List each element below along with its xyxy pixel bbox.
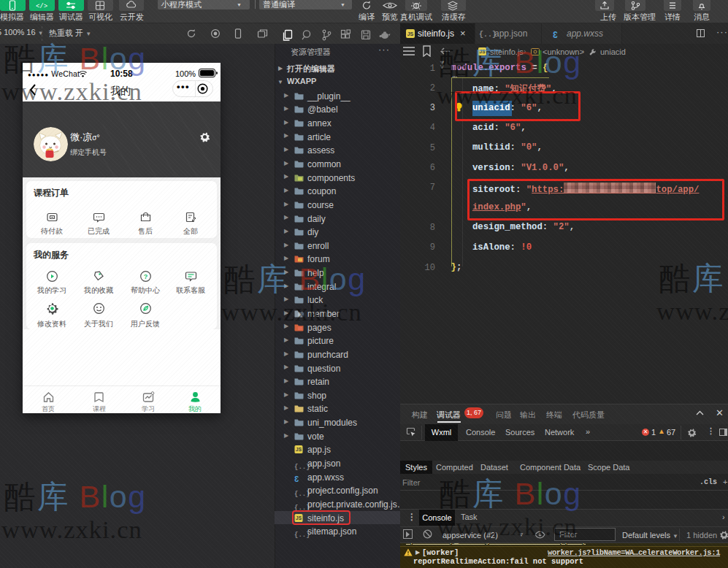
svg-text:?: ?	[144, 273, 148, 280]
svg-text:JS: JS	[407, 31, 414, 37]
svg-text:JS: JS	[296, 448, 302, 453]
svg-text:</>: </>	[36, 3, 47, 10]
